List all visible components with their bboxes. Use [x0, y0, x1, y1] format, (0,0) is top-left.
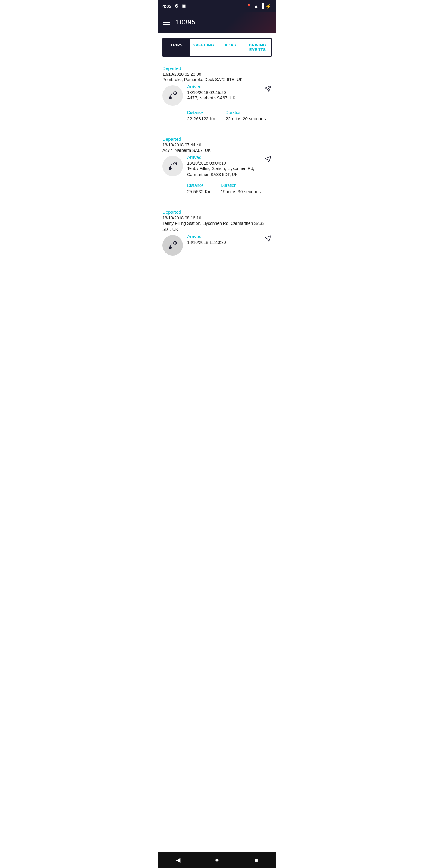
arrived-label-2: Arrived [187, 155, 260, 160]
trip-icon-3 [162, 235, 183, 255]
wifi-icon: ▲ [254, 3, 258, 9]
arrived-datetime-3: 18/10/2018 11:40:20 [187, 240, 260, 245]
sdcard-icon: ▣ [181, 3, 186, 9]
departed-datetime-3: 18/10/2018 08:16:10 [162, 216, 272, 220]
departed-datetime-2: 18/10/2018 07:44:40 [162, 143, 272, 147]
distance-stat-2: Distance 25.5532 Km [187, 183, 212, 194]
trip-arrived-row-1: Arrived 18/10/2018 02:45:20 A477, Narber… [162, 84, 272, 106]
trip-icon-2 [162, 156, 183, 176]
trip-card-1: Departed 18/10/2018 02:23:00 Pembroke, P… [162, 60, 272, 124]
settings-icon: ⚙ [175, 3, 179, 9]
trip-card-2: Departed 18/10/2018 07:44:40 A477, Narbe… [162, 130, 272, 197]
arrived-label-3: Arrived [187, 234, 260, 239]
svg-marker-12 [265, 236, 271, 242]
route-icon-2 [166, 159, 179, 173]
arrived-address-1: A477, Narberth SA67, UK [187, 95, 260, 101]
share-button-3[interactable] [264, 235, 272, 244]
departed-address-1: Pembroke, Pembroke Dock SA72 6TE, UK [162, 77, 272, 83]
departed-label-3: Departed [162, 210, 272, 215]
tab-trips[interactable]: TRIPS [163, 38, 190, 56]
departed-address-2: A477, Narberth SA67, UK [162, 148, 272, 154]
departed-address-3: Tenby Filling Station, Llysonnen Rd, Car… [162, 221, 272, 232]
tab-speeding[interactable]: SPEEDING [190, 38, 217, 56]
arrived-datetime-2: 18/10/2018 08:04:10 [187, 161, 260, 165]
status-time: 4:03 [162, 4, 172, 9]
departed-datetime-1: 18/10/2018 02:23:00 [162, 72, 272, 76]
route-icon-1 [166, 89, 179, 102]
battery-icon: ⚡ [266, 3, 272, 9]
duration-stat-1: Duration 22 mins 20 seconds [226, 110, 266, 121]
arrived-datetime-1: 18/10/2018 02:45:20 [187, 90, 260, 95]
divider-1 [162, 127, 272, 127]
location-icon: 📍 [246, 3, 252, 9]
trip-icon-1 [162, 85, 183, 106]
distance-stat-1: Distance 22.268122 Km [187, 110, 217, 121]
share-button-2[interactable] [264, 156, 272, 165]
status-left: 4:03 ⚙ ▣ [162, 3, 186, 9]
arrived-label-1: Arrived [187, 84, 260, 89]
share-button-1[interactable] [264, 85, 272, 94]
trip-arrived-info-2: Arrived 18/10/2018 08:04:10 Tenby Fillin… [187, 155, 260, 179]
trips-list: Departed 18/10/2018 02:23:00 Pembroke, P… [158, 57, 276, 283]
svg-marker-8 [265, 156, 271, 162]
tab-adas[interactable]: ADAS [217, 38, 244, 56]
trip-stats-1: Distance 22.268122 Km Duration 22 mins 2… [162, 110, 272, 121]
status-bar: 4:03 ⚙ ▣ 📍 ▲ ▐ ⚡ [158, 0, 276, 12]
menu-button[interactable] [163, 20, 170, 25]
trip-arrived-row-2: Arrived 18/10/2018 08:04:10 Tenby Fillin… [162, 155, 272, 179]
route-icon-3 [166, 239, 179, 252]
tab-driving-events[interactable]: DRIVING EVENTS [244, 38, 271, 56]
trip-arrived-info-1: Arrived 18/10/2018 02:45:20 A477, Narber… [187, 84, 260, 102]
trip-arrived-info-3: Arrived 18/10/2018 11:40:20 [187, 234, 260, 245]
page-title: 10395 [176, 19, 195, 26]
tab-bar: TRIPS SPEEDING ADAS DRIVING EVENTS [162, 38, 272, 57]
app-header: 10395 [158, 12, 276, 33]
departed-label-1: Departed [162, 66, 272, 71]
departed-label-2: Departed [162, 136, 272, 142]
signal-icon: ▐ [260, 3, 264, 9]
duration-stat-2: Duration 19 mins 30 seconds [221, 183, 261, 194]
trip-arrived-row-3: Arrived 18/10/2018 11:40:20 [162, 234, 272, 255]
status-right: 📍 ▲ ▐ ⚡ [246, 3, 272, 9]
trip-stats-2: Distance 25.5532 Km Duration 19 mins 30 … [162, 183, 272, 194]
trip-card-3: Departed 18/10/2018 08:16:10 Tenby Filli… [162, 204, 272, 258]
divider-2 [162, 200, 272, 200]
arrived-address-2: Tenby Filling Station, Llysonnen Rd, Car… [187, 166, 260, 178]
